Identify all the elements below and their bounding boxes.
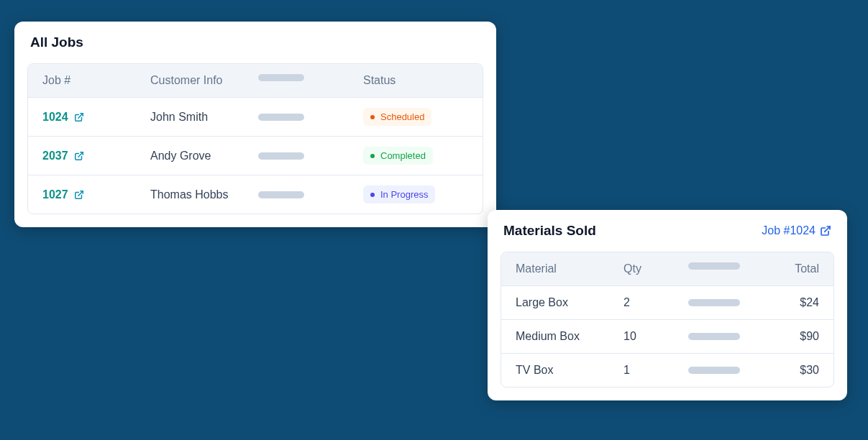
materials-title: Materials Sold (503, 223, 596, 239)
all-jobs-card: All Jobs Job # Customer Info Status 1024… (14, 22, 496, 227)
status-badge: Completed (363, 147, 433, 165)
table-row: Large Box 2 $24 (501, 285, 833, 319)
status-label: In Progress (380, 189, 428, 200)
col-header-placeholder (258, 74, 363, 87)
external-link-icon (74, 190, 84, 200)
external-link-icon (74, 112, 84, 122)
material-name: Large Box (516, 296, 623, 309)
status-label: Completed (380, 150, 426, 161)
svg-line-2 (78, 191, 82, 195)
all-jobs-header: All Jobs (27, 35, 483, 50)
col-header-status: Status (363, 74, 468, 87)
col-header-total: Total (789, 262, 819, 275)
job-id: 1024 (42, 111, 68, 124)
col-header-qty: Qty (623, 262, 688, 275)
row-placeholder (258, 191, 363, 198)
table-row: Medium Box 10 $90 (501, 319, 833, 353)
table-row: 1024 John Smith Scheduled (28, 97, 483, 136)
svg-line-1 (78, 152, 82, 156)
table-row: 1027 Thomas Hobbs In Progress (28, 175, 483, 214)
status-badge: Scheduled (363, 108, 431, 126)
customer-name: Thomas Hobbs (150, 188, 258, 201)
materials-job-link[interactable]: Job #1024 (762, 224, 831, 237)
customer-name: John Smith (150, 111, 258, 124)
material-qty: 2 (623, 296, 688, 309)
status-dot-icon (370, 193, 375, 197)
table-row: 2037 Andy Grove Completed (28, 136, 483, 175)
material-total: $24 (789, 296, 819, 309)
job-id-link[interactable]: 1027 (42, 188, 84, 201)
table-row: TV Box 1 $30 (501, 353, 833, 387)
materials-card: Materials Sold Job #1024 Material Qty To… (488, 210, 847, 400)
svg-line-0 (78, 113, 82, 117)
job-id: 1027 (42, 188, 68, 201)
col-header-customer: Customer Info (150, 74, 258, 87)
status-dot-icon (370, 154, 375, 158)
row-placeholder (258, 114, 363, 121)
status-dot-icon (370, 115, 375, 119)
all-jobs-title: All Jobs (30, 35, 83, 50)
materials-table: Material Qty Total Large Box 2 $24 Mediu… (501, 252, 834, 388)
status-badge: In Progress (363, 185, 435, 203)
svg-line-3 (825, 226, 830, 232)
col-header-job: Job # (42, 74, 150, 87)
material-total: $30 (789, 364, 819, 377)
row-placeholder (688, 333, 789, 340)
job-id: 2037 (42, 150, 68, 162)
material-qty: 1 (623, 364, 688, 377)
col-header-material: Material (516, 262, 623, 275)
materials-table-header: Material Qty Total (501, 252, 833, 285)
external-link-icon (74, 151, 84, 161)
external-link-icon (820, 225, 831, 237)
material-qty: 10 (623, 330, 688, 343)
customer-name: Andy Grove (150, 150, 258, 162)
material-name: TV Box (516, 364, 623, 377)
jobs-table-header: Job # Customer Info Status (28, 64, 483, 97)
status-label: Scheduled (380, 111, 424, 122)
job-id-link[interactable]: 1024 (42, 111, 84, 124)
row-placeholder (688, 299, 789, 306)
jobs-table: Job # Customer Info Status 1024 John Smi… (27, 63, 483, 214)
materials-header: Materials Sold Job #1024 (501, 223, 834, 239)
row-placeholder (688, 367, 789, 374)
col-header-placeholder (688, 262, 789, 275)
materials-job-link-label: Job #1024 (762, 224, 816, 237)
job-id-link[interactable]: 2037 (42, 150, 84, 162)
material-name: Medium Box (516, 330, 623, 343)
material-total: $90 (789, 330, 819, 343)
row-placeholder (258, 152, 363, 160)
